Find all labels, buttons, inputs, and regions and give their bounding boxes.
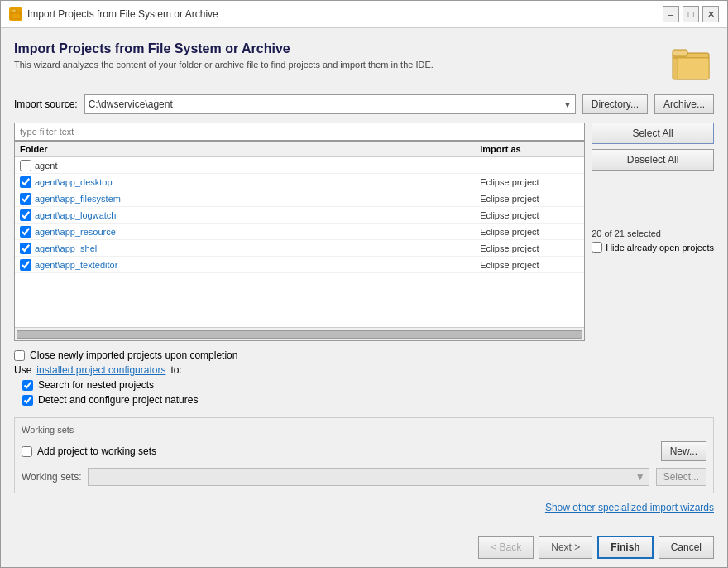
maximize-button[interactable]: □ — [682, 6, 699, 22]
dialog-header: Import Projects from File System or Arch… — [14, 41, 714, 84]
table-row: agent — [15, 157, 584, 174]
working-sets-combo[interactable]: ▼ — [88, 468, 649, 486]
svg-rect-0 — [11, 12, 21, 19]
working-sets-left: Add project to working sets — [22, 445, 156, 457]
row-name-app-logwatch: agent\app_logwatch — [35, 210, 480, 220]
working-sets-title: Working sets — [22, 425, 706, 435]
back-button[interactable]: < Back — [478, 536, 534, 559]
svg-rect-4 — [678, 58, 709, 79]
installed-configs-row: Use installed project configurators to: — [14, 364, 714, 376]
working-sets-new-button[interactable]: New... — [661, 441, 706, 461]
svg-rect-3 — [673, 50, 687, 56]
search-nested-row: Search for nested projects — [14, 379, 714, 391]
title-bar-text: Import Projects from File System or Arch… — [27, 8, 218, 20]
dialog-title: Import Projects from File System or Arch… — [14, 41, 663, 56]
hide-open-checkbox[interactable] — [592, 242, 602, 253]
close-newly-imported-row: Close newly imported projects upon compl… — [14, 349, 714, 361]
table-row: agent\app_filesystem Eclipse project — [15, 190, 584, 207]
hide-open-row: Hide already open projects — [592, 242, 714, 253]
title-bar-controls: – □ ✕ — [663, 6, 719, 22]
table-row: agent\app_resource Eclipse project — [15, 224, 584, 240]
add-to-working-sets-label: Add project to working sets — [37, 445, 156, 457]
working-sets-add-row: Add project to working sets New... — [22, 441, 706, 461]
row-name-app-filesystem: agent\app_filesystem — [35, 194, 480, 204]
main-area: Folder Import as agent agent — [14, 123, 714, 341]
dialog-subtitle: This wizard analyzes the content of your… — [14, 60, 663, 70]
row-import-app-shell: Eclipse project — [480, 243, 579, 253]
filter-input[interactable] — [14, 123, 585, 141]
app-icon — [9, 7, 22, 21]
row-checkbox-app-resource[interactable] — [20, 226, 31, 238]
combo-arrow-icon: ▼ — [563, 100, 572, 109]
dialog-header-text: Import Projects from File System or Arch… — [14, 41, 663, 70]
next-button[interactable]: Next > — [539, 536, 592, 559]
row-name-app-texteditor: agent\app_texteditor — [35, 260, 480, 270]
deselect-all-button[interactable]: Deselect All — [592, 149, 714, 171]
selected-count: 20 of 21 selected — [592, 229, 714, 238]
select-all-button[interactable]: Select All — [592, 123, 714, 144]
row-checkbox-app-logwatch[interactable] — [20, 209, 31, 221]
horizontal-scrollbar[interactable] — [15, 327, 584, 340]
combo-arrow-icon: ▼ — [635, 471, 645, 483]
working-sets-select-button[interactable]: Select... — [656, 468, 706, 486]
title-bar: Import Projects from File System or Arch… — [1, 1, 727, 28]
row-checkbox-app-filesystem[interactable] — [20, 193, 31, 205]
directory-button[interactable]: Directory... — [582, 94, 648, 114]
row-name-app-shell: agent\app_shell — [35, 243, 480, 253]
search-nested-label: Search for nested projects — [38, 379, 154, 391]
hide-open-label: Hide already open projects — [606, 243, 714, 253]
row-name-app-resource: agent\app_resource — [35, 227, 480, 237]
minimize-button[interactable]: – — [663, 6, 679, 22]
row-name-app-desktop: agent\app_desktop — [35, 177, 480, 187]
row-checkbox-app-desktop[interactable] — [20, 176, 31, 188]
table-row: agent\app_desktop Eclipse project — [15, 174, 584, 190]
detect-natures-label: Detect and configure project natures — [38, 394, 198, 406]
finish-button[interactable]: Finish — [597, 536, 653, 559]
row-checkbox-app-texteditor[interactable] — [20, 259, 31, 271]
table-row: agent\app_texteditor Eclipse project — [15, 257, 584, 273]
dialog-window: Import Projects from File System or Arch… — [0, 0, 728, 568]
archive-button[interactable]: Archive... — [654, 94, 714, 114]
row-name-agent: agent — [35, 161, 480, 171]
installed-configs-suffix: to: — [170, 364, 181, 376]
import-source-row: Import source: C:\dwservice\agent ▼ Dire… — [14, 94, 714, 114]
import-link[interactable]: Show other specialized import wizards — [14, 502, 714, 513]
import-source-label: Import source: — [14, 99, 78, 110]
installed-configs-link[interactable]: installed project configurators — [36, 364, 165, 376]
table-row: agent\app_logwatch Eclipse project — [15, 207, 584, 224]
detect-natures-checkbox[interactable] — [22, 395, 33, 406]
title-bar-left: Import Projects from File System or Arch… — [9, 7, 218, 21]
scroll-thumb — [17, 330, 582, 339]
installed-configs-prefix: Use — [14, 364, 31, 376]
close-newly-imported-label: Close newly imported projects upon compl… — [30, 349, 237, 361]
row-import-app-resource: Eclipse project — [480, 227, 579, 237]
folder-wizard-icon — [671, 41, 714, 84]
table-header: Folder Import as — [15, 142, 584, 157]
row-import-app-desktop: Eclipse project — [480, 177, 579, 187]
close-button[interactable]: ✕ — [702, 6, 719, 22]
col-import-header: Import as — [480, 144, 579, 154]
bottom-bar: < Back Next > Finish Cancel — [1, 527, 727, 567]
working-sets-box: Working sets Add project to working sets… — [14, 417, 714, 493]
import-source-combo[interactable]: C:\dwservice\agent ▼ — [84, 94, 576, 114]
row-checkbox-agent[interactable] — [20, 160, 31, 171]
working-sets-input-row: Working sets: ▼ Select... — [22, 468, 706, 486]
row-import-app-filesystem: Eclipse project — [480, 194, 579, 204]
cancel-button[interactable]: Cancel — [659, 536, 714, 559]
close-newly-imported-checkbox[interactable] — [14, 350, 25, 361]
right-section: Select All Deselect All 20 of 21 selecte… — [592, 123, 714, 341]
project-list-section: Folder Import as agent agent — [14, 123, 585, 341]
add-to-working-sets-checkbox[interactable] — [22, 446, 32, 457]
dialog-content: Import Projects from File System or Arch… — [1, 28, 727, 527]
search-nested-checkbox[interactable] — [22, 380, 33, 391]
options-section: Close newly imported projects upon compl… — [14, 349, 714, 409]
row-import-app-logwatch: Eclipse project — [480, 210, 579, 220]
svg-rect-1 — [12, 9, 16, 12]
row-import-app-texteditor: Eclipse project — [480, 260, 579, 270]
detect-natures-row: Detect and configure project natures — [14, 394, 714, 406]
row-checkbox-app-shell[interactable] — [20, 243, 31, 254]
project-table: Folder Import as agent agent — [14, 141, 585, 341]
working-sets-label: Working sets: — [22, 471, 81, 483]
col-folder-header: Folder — [20, 144, 480, 154]
table-body: agent agent\app_desktop Eclipse project — [15, 157, 584, 327]
